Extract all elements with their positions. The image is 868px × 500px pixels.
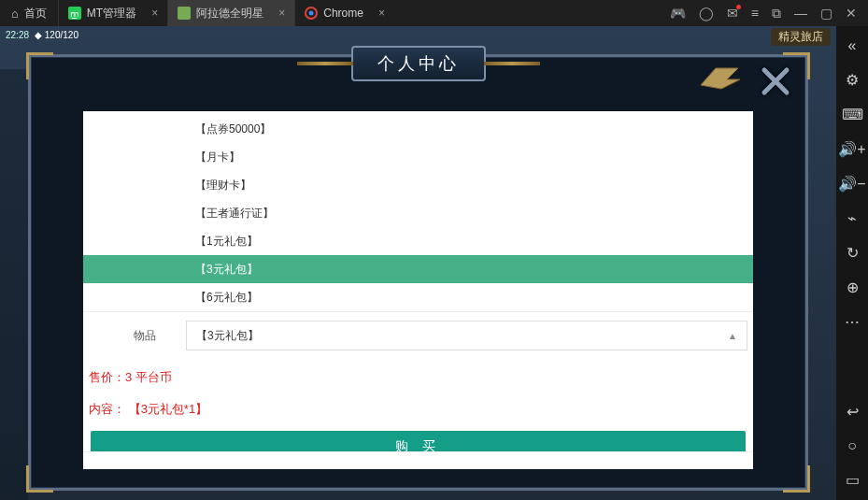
volume-down-icon[interactable]: 🔊− (838, 175, 865, 193)
game-logo (695, 63, 746, 93)
purchase-details: 售价：3 平台币 内容： 【3元礼包*1】 购 买 (83, 356, 753, 463)
emulator-right-rail: « ⚙ ⌨ 🔊+ 🔊− ⌁ ↻ ⊕ ⋯ ↩ ○ ▭ (836, 26, 868, 500)
option-3yuan-pack[interactable]: 【3元礼包】 (83, 255, 753, 283)
menu-icon[interactable]: ≡ (751, 6, 759, 21)
back-icon[interactable]: ↩ (847, 403, 859, 421)
keyboard-icon[interactable]: ⌨ (842, 106, 863, 123)
home-label: 首页 (24, 6, 47, 21)
tab-strip: m̲ MT管理器 × 阿拉德全明星 × Chrome × (58, 0, 394, 26)
minimize-icon[interactable]: — (794, 6, 807, 21)
option-monthly-card[interactable]: 【月卡】 (83, 143, 753, 171)
option-coupon-50000[interactable]: 【点券50000】 (83, 115, 753, 143)
window-controls: 🎮 ◯ ✉ ≡ ⧉ — ▢ ✕ (659, 0, 868, 26)
tab-arad-allstar[interactable]: 阿拉德全明星 × (167, 0, 294, 26)
close-icon[interactable]: × (278, 7, 285, 20)
user-icon[interactable]: ◯ (699, 6, 714, 21)
game-viewport: 22:28 ◆ 120/120 精灵旅店 个人中心 【点券50000】 【月卡】… (0, 26, 836, 500)
modal-title-plate: 个人中心 (351, 46, 486, 81)
hp-counter: ◆ 120/120 (35, 30, 78, 40)
settings-icon[interactable]: ⚙ (846, 71, 859, 89)
tab-chrome[interactable]: Chrome × (294, 0, 394, 26)
personal-center-modal: 个人中心 【点券50000】 【月卡】 【理财卡】 【王者通行证】 【1元礼包】… (28, 54, 808, 491)
option-6yuan-pack[interactable]: 【6元礼包】 (83, 283, 753, 311)
recent-icon[interactable]: ▭ (846, 471, 860, 489)
item-selector-row: 物品 【3元礼包】 ▲ (83, 321, 753, 350)
expand-icon[interactable]: ⧉ (772, 6, 781, 21)
item-select-value: 【3元礼包】 (196, 328, 259, 344)
mail-icon[interactable]: ✉ (727, 6, 738, 21)
price-line: 售价：3 平台币 (89, 369, 747, 386)
item-select-label: 物品 (83, 328, 186, 344)
emulator-topbar: ⌂ 首页 m̲ MT管理器 × 阿拉德全明星 × Chrome × 🎮 ◯ ✉ … (0, 0, 868, 26)
volume-up-icon[interactable]: 🔊+ (838, 140, 865, 158)
shop-panel: 【点券50000】 【月卡】 【理财卡】 【王者通行证】 【1元礼包】 【3元礼… (83, 111, 753, 469)
collapse-icon[interactable]: « (848, 37, 857, 54)
close-window-icon[interactable]: ✕ (846, 6, 857, 21)
dropdown-option-list: 【点券50000】 【月卡】 【理财卡】 【王者通行证】 【1元礼包】 【3元礼… (83, 111, 753, 312)
svg-point-1 (309, 11, 314, 16)
game-time: 22:28 (6, 30, 29, 40)
add-window-icon[interactable]: ⊕ (847, 279, 859, 296)
option-finance-card[interactable]: 【理财卡】 (83, 171, 753, 199)
option-1yuan-pack[interactable]: 【1元礼包】 (83, 227, 753, 255)
content-line: 内容： 【3元礼包*1】 (89, 401, 747, 418)
home-icon: ⌂ (11, 7, 19, 21)
maximize-icon[interactable]: ▢ (820, 6, 832, 21)
chevron-up-icon: ▲ (728, 331, 737, 341)
reload-icon[interactable]: ↻ (847, 244, 859, 262)
next-section-edge (83, 451, 753, 469)
close-modal-button[interactable] (757, 63, 794, 100)
tab-label: Chrome (323, 7, 363, 20)
close-icon[interactable]: × (151, 7, 158, 20)
home-nav-icon[interactable]: ○ (847, 437, 857, 454)
chrome-icon (305, 7, 318, 20)
home-button[interactable]: ⌂ 首页 (0, 0, 58, 26)
key-icon[interactable]: ⌁ (847, 209, 857, 227)
game-icon (178, 7, 191, 20)
more-icon[interactable]: ⋯ (845, 313, 860, 331)
item-select-dropdown[interactable]: 【3元礼包】 ▲ (186, 321, 747, 350)
game-statusbar: 22:28 ◆ 120/120 (0, 26, 836, 43)
tab-label: MT管理器 (87, 6, 136, 21)
gamepad-icon[interactable]: 🎮 (670, 6, 686, 21)
close-icon[interactable]: × (378, 7, 385, 20)
tab-mt-manager[interactable]: m̲ MT管理器 × (58, 0, 167, 26)
mt-icon: m̲ (68, 7, 81, 20)
modal-title: 个人中心 (377, 52, 460, 75)
game-left-sidebar (0, 69, 28, 500)
shop-label[interactable]: 精灵旅店 (771, 28, 831, 46)
option-king-pass[interactable]: 【王者通行证】 (83, 199, 753, 227)
tab-label: 阿拉德全明星 (196, 6, 263, 21)
